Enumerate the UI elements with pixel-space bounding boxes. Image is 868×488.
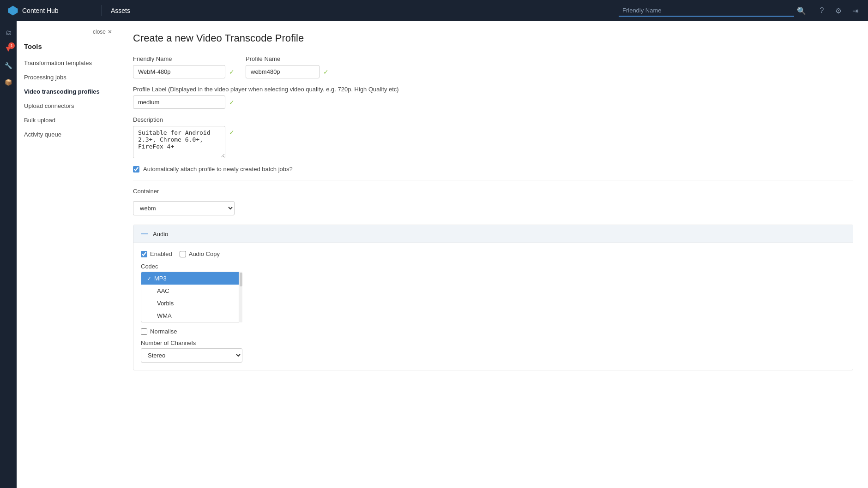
sidebar-item-bulk-upload[interactable]: Bulk upload bbox=[17, 113, 118, 127]
friendly-name-group: Friendly Name ✓ bbox=[133, 55, 235, 78]
divider-1 bbox=[133, 180, 853, 180]
sidebar-close-row: close ✕ bbox=[17, 29, 118, 39]
audio-copy-checkbox[interactable] bbox=[180, 251, 186, 257]
profile-name-input[interactable] bbox=[246, 65, 319, 78]
friendly-name-input-row: ✓ bbox=[133, 65, 235, 78]
logout-button[interactable]: ⇥ bbox=[848, 3, 862, 18]
description-group: Description Suitable for Android 2.3+, C… bbox=[133, 116, 853, 158]
name-row: Friendly Name ✓ Profile Name ✓ bbox=[133, 55, 853, 78]
audio-enabled-checkbox[interactable] bbox=[141, 251, 147, 257]
description-textarea[interactable]: Suitable for Android 2.3+, Chrome 6.0+, … bbox=[133, 126, 225, 158]
sidebar-item-upload-connectors[interactable]: Upload connectors bbox=[17, 99, 118, 113]
channels-select[interactable]: Stereo Mono 5.1 bbox=[141, 348, 242, 363]
settings-button[interactable]: ⚙ bbox=[831, 3, 846, 18]
friendly-name-input[interactable] bbox=[133, 65, 225, 78]
profile-name-input-row: ✓ bbox=[246, 65, 329, 78]
sidebar-close-button[interactable]: close ✕ bbox=[93, 29, 112, 35]
profile-name-label: Profile Name bbox=[246, 55, 329, 62]
wrench-icon: 🔧 bbox=[5, 62, 12, 69]
friendly-name-check-icon: ✓ bbox=[229, 68, 235, 76]
filter-badge: 1 bbox=[8, 42, 15, 49]
search-input[interactable] bbox=[619, 5, 794, 17]
container-label: Container bbox=[133, 188, 853, 195]
topnav: Content Hub Assets 🔍 ? ⚙ ⇥ bbox=[0, 0, 868, 21]
search-container: 🔍 bbox=[619, 3, 809, 18]
left-sidebar: close ✕ Tools Transformation templates P… bbox=[17, 21, 118, 488]
normalise-checkbox[interactable] bbox=[141, 328, 147, 335]
audio-checks-row: Enabled Audio Copy bbox=[141, 250, 845, 257]
icon-sidebar: 🗂 ▼ 1 🔧 📦 bbox=[0, 21, 17, 488]
audio-body: Enabled Audio Copy Codec ✓ MP3 bbox=[133, 243, 853, 370]
auto-attach-label: Automatically attach profile to newly cr… bbox=[143, 166, 293, 173]
sidebar-item-activity-queue[interactable]: Activity queue bbox=[17, 127, 118, 142]
profile-label-row: Profile Label (Displayed in the video pl… bbox=[133, 86, 853, 109]
profile-label-check-icon: ✓ bbox=[229, 99, 235, 106]
help-button[interactable]: ? bbox=[814, 3, 829, 18]
audio-title: Audio bbox=[153, 231, 168, 238]
icon-sidebar-filter[interactable]: ▼ 1 bbox=[1, 42, 16, 56]
auto-attach-checkbox[interactable] bbox=[133, 166, 139, 173]
audio-enabled-label: Enabled bbox=[150, 250, 172, 257]
app-logo-icon bbox=[7, 5, 18, 16]
profile-name-check-icon: ✓ bbox=[323, 68, 329, 76]
box-icon: 📦 bbox=[5, 79, 12, 86]
search-icon: 🔍 bbox=[797, 6, 806, 15]
codec-option-mp3[interactable]: ✓ MP3 bbox=[141, 272, 242, 285]
audio-section: — Audio Enabled Audio Copy Codec bbox=[133, 225, 853, 370]
audio-copy-check-item: Audio Copy bbox=[180, 250, 220, 257]
profile-label-input[interactable] bbox=[133, 95, 225, 109]
codec-scrollbar bbox=[239, 272, 242, 322]
friendly-name-label: Friendly Name bbox=[133, 55, 235, 62]
description-check-icon: ✓ bbox=[229, 129, 235, 136]
codec-scrollbar-thumb bbox=[240, 273, 242, 286]
close-icon: ✕ bbox=[108, 29, 112, 35]
folder-icon: 🗂 bbox=[6, 29, 12, 36]
icon-sidebar-wrench[interactable]: 🔧 bbox=[1, 58, 16, 73]
icon-sidebar-folder[interactable]: 🗂 bbox=[1, 25, 16, 40]
codec-option-vorbis[interactable]: Vorbis bbox=[141, 297, 242, 309]
channels-label: Number of Channels bbox=[141, 339, 845, 346]
svg-marker-0 bbox=[8, 6, 18, 15]
normalise-row: Normalise bbox=[141, 328, 845, 335]
sidebar-item-transformation-templates[interactable]: Transformation templates bbox=[17, 56, 118, 70]
description-input-row: Suitable for Android 2.3+, Chrome 6.0+, … bbox=[133, 126, 853, 158]
codec-check-icon: ✓ bbox=[147, 275, 151, 282]
content-area: Create a new Video Transcode Profile Fri… bbox=[118, 21, 868, 488]
profile-label-input-row: ✓ bbox=[133, 95, 853, 109]
sidebar-title: Tools bbox=[17, 39, 118, 56]
main-layout: 🗂 ▼ 1 🔧 📦 close ✕ Tools Transformation t… bbox=[0, 21, 868, 488]
app-name: Content Hub bbox=[22, 7, 59, 14]
normalise-label: Normalise bbox=[150, 328, 177, 335]
audio-copy-label: Audio Copy bbox=[189, 250, 220, 257]
sidebar-item-processing-jobs[interactable]: Processing jobs bbox=[17, 70, 118, 84]
profile-label-description: Profile Label (Displayed in the video pl… bbox=[133, 86, 853, 93]
help-icon: ? bbox=[820, 6, 824, 15]
codec-option-wma[interactable]: WMA bbox=[141, 309, 242, 322]
auto-attach-row: Automatically attach profile to newly cr… bbox=[133, 166, 853, 173]
container-group: Container webm mp4 ogg mkv bbox=[133, 188, 853, 215]
topnav-actions: ? ⚙ ⇥ bbox=[809, 3, 868, 18]
codec-option-aac[interactable]: AAC bbox=[141, 285, 242, 297]
icon-sidebar-box[interactable]: 📦 bbox=[1, 75, 16, 89]
search-icon-button[interactable]: 🔍 bbox=[794, 3, 809, 18]
codec-label: Codec bbox=[141, 263, 845, 270]
audio-header[interactable]: — Audio bbox=[133, 225, 853, 243]
container-select[interactable]: webm mp4 ogg mkv bbox=[133, 201, 235, 215]
audio-collapse-icon: — bbox=[141, 230, 148, 238]
codec-dropdown[interactable]: ✓ MP3 AAC Vorbis WMA bbox=[141, 272, 242, 322]
settings-icon: ⚙ bbox=[835, 6, 842, 15]
codec-dropdown-wrapper: ✓ MP3 AAC Vorbis WMA bbox=[141, 272, 242, 322]
nav-section: Assets bbox=[102, 7, 139, 14]
enabled-check-item: Enabled bbox=[141, 250, 172, 257]
sidebar-item-video-transcoding-profiles[interactable]: Video transcoding profiles bbox=[17, 84, 118, 99]
description-label: Description bbox=[133, 116, 853, 123]
profile-name-group: Profile Name ✓ bbox=[246, 55, 329, 78]
page-title: Create a new Video Transcode Profile bbox=[133, 32, 853, 44]
logout-icon: ⇥ bbox=[852, 6, 858, 15]
app-logo: Content Hub bbox=[0, 5, 102, 16]
